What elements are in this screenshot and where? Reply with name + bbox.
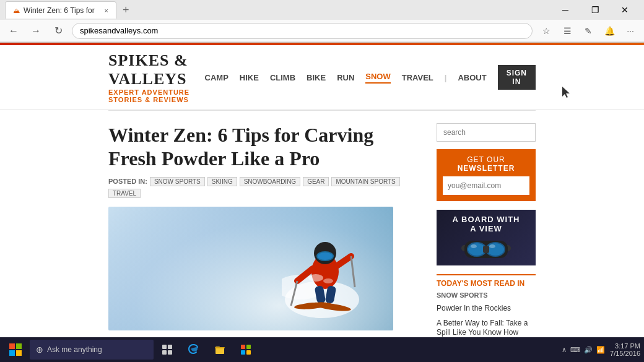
close-btn[interactable]: ✕ (611, 0, 639, 20)
taskbar-search[interactable]: ⊕ Ask me anything (30, 340, 154, 360)
site-nav: CAMP HIKE CLIMB BIKE RUN SNOW TRAVEL | A… (205, 65, 536, 90)
nav-bar: ← → ↻ ☆ ☰ ✎ 🔔 ··· (0, 20, 644, 42)
site-logo[interactable]: SPIKES & VALLEYS (108, 51, 205, 88)
svg-rect-44 (241, 350, 245, 355)
tag-snow-sports[interactable]: SNOW SPORTS (150, 177, 205, 186)
active-tab[interactable]: ⛰ Winter Zen: 6 Tips for × (5, 1, 116, 19)
newsletter-box: GET OUR NEWSLETTER (437, 149, 536, 201)
svg-rect-35 (162, 345, 167, 349)
svg-rect-31 (9, 343, 15, 349)
back-btn[interactable]: ← (5, 22, 22, 40)
main-content: Winter Zen: 6 Tips for Carving Fresh Pow… (0, 111, 644, 362)
svg-rect-42 (241, 345, 245, 349)
taskbar-right: ∧ ⌨ 🔊 📶 3:17 PM 7/15/2016 (562, 342, 640, 357)
clock-time: 3:17 PM (615, 342, 640, 350)
nav-hike[interactable]: HIKE (240, 73, 259, 82)
network-icon[interactable]: 📶 (596, 346, 605, 354)
svg-rect-33 (9, 350, 15, 356)
ad-box[interactable]: A BOARD WITH A VIEW (437, 210, 536, 265)
more-icon[interactable]: ··· (622, 22, 639, 40)
svg-point-15 (323, 278, 333, 283)
taskbar-search-label: Ask me anything (47, 345, 102, 354)
newsletter-email-input[interactable] (443, 176, 529, 195)
clock-date: 7/15/2016 (610, 350, 640, 357)
logo-area: SPIKES & VALLEYS EXPERT ADVENTURE STORIE… (108, 51, 205, 103)
most-read-item-1[interactable]: A Better Way to Fall: Take a Spill Like … (437, 319, 536, 338)
nav-travel[interactable]: TRAVEL (402, 73, 433, 82)
posted-in: POSTED IN: SNOW SPORTS SKIING SNOWBOARDI… (108, 177, 418, 198)
hero-image (108, 207, 393, 330)
notify-icon[interactable]: 🔔 (601, 22, 618, 40)
most-read-category: SNOW SPORTS (437, 291, 536, 299)
nav-climb[interactable]: CLIMB (270, 73, 295, 82)
svg-rect-30 (483, 246, 489, 253)
tab-close-btn[interactable]: × (105, 7, 108, 14)
article-title: Winter Zen: 6 Tips for Carving Fresh Pow… (108, 123, 418, 171)
url-bar[interactable] (72, 23, 533, 39)
taskbar-task-view[interactable] (156, 338, 180, 361)
svg-rect-45 (246, 350, 251, 355)
window-controls: ─ ❐ ✕ (551, 0, 639, 20)
notes-icon[interactable]: ✎ (580, 22, 597, 40)
taskbar: ⊕ Ask me anything ∧ ⌨ 🔊 📶 3:17 PM 7/15/2… (0, 337, 644, 362)
speaker-icon[interactable]: 🔊 (584, 346, 593, 354)
nav-about[interactable]: ABOUT (458, 73, 486, 82)
svg-rect-38 (168, 350, 172, 355)
favorites-icon[interactable]: ☆ (537, 22, 555, 40)
taskbar-explorer-icon[interactable] (208, 338, 232, 361)
svg-point-7 (318, 252, 333, 260)
svg-point-25 (468, 243, 485, 256)
most-read-section: TODAY'S MOST READ IN SNOW SPORTS Powder … (437, 274, 536, 338)
svg-line-4 (337, 256, 351, 265)
svg-point-29 (489, 244, 495, 248)
most-read-item-0[interactable]: Powder In the Rockies (437, 304, 536, 314)
sign-in-button[interactable]: SIGN IN (498, 65, 536, 90)
tab-bar: ⛰ Winter Zen: 6 Tips for × + ─ ❐ ✕ (0, 0, 644, 20)
posted-in-label: POSTED IN: (108, 178, 147, 185)
restore-btn[interactable]: ❐ (581, 0, 609, 20)
svg-rect-36 (168, 345, 172, 349)
minimize-btn[interactable]: ─ (551, 0, 580, 20)
nav-camp[interactable]: CAMP (205, 73, 228, 82)
search-input[interactable] (437, 123, 536, 142)
system-clock[interactable]: 3:17 PM 7/15/2016 (610, 342, 640, 357)
website: SPIKES & VALLEYS EXPERT ADVENTURE STORIE… (0, 43, 644, 362)
newsletter-title: GET OUR NEWSLETTER (443, 155, 529, 173)
svg-line-9 (351, 256, 355, 287)
most-read-today-label: TODAY'S MOST READ IN (437, 274, 536, 288)
site-header: SPIKES & VALLEYS EXPERT ADVENTURE STORIE… (0, 45, 644, 110)
tag-skiing[interactable]: SKIING (207, 177, 237, 186)
tag-gear[interactable]: GEAR (303, 177, 329, 186)
ad-title: A BOARD WITH A VIEW (437, 215, 536, 233)
nav-bike[interactable]: BIKE (307, 73, 326, 82)
newsletter-get-our: GET OUR (467, 155, 505, 164)
browser-chrome: ⛰ Winter Zen: 6 Tips for × + ─ ❐ ✕ ← → ↻… (0, 0, 644, 43)
tag-travel[interactable]: TRAVEL (108, 189, 141, 198)
svg-rect-37 (162, 350, 167, 355)
start-button[interactable] (4, 338, 27, 361)
newsletter-label: NEWSLETTER (458, 164, 515, 173)
svg-rect-41 (215, 347, 225, 348)
nav-icons: ☆ ☰ ✎ 🔔 ··· (537, 22, 639, 40)
forward-btn[interactable]: → (27, 22, 45, 40)
nav-snow[interactable]: SNOW (365, 72, 390, 84)
system-up-arrow[interactable]: ∧ (562, 346, 567, 354)
tab-favicon: ⛰ (13, 7, 20, 14)
svg-rect-34 (16, 350, 22, 356)
taskbar-edge-icon[interactable] (182, 338, 206, 361)
refresh-btn[interactable]: ↻ (50, 22, 67, 40)
tag-mountain-sports[interactable]: MOUNTAIN SPORTS (331, 177, 399, 186)
svg-rect-32 (16, 343, 22, 349)
article-area: Winter Zen: 6 Tips for Carving Fresh Pow… (108, 123, 418, 362)
svg-point-27 (487, 243, 504, 256)
new-tab-btn[interactable]: + (119, 4, 133, 17)
nav-run[interactable]: RUN (337, 73, 354, 82)
hub-icon[interactable]: ☰ (559, 22, 576, 40)
taskbar-store-icon[interactable] (234, 338, 258, 361)
tag-snowboarding[interactable]: SNOWBOARDING (240, 177, 300, 186)
keyboard-icon: ⌨ (570, 346, 580, 354)
tab-title: Winter Zen: 6 Tips for (24, 6, 95, 15)
svg-point-28 (471, 244, 477, 248)
svg-rect-43 (246, 345, 251, 349)
system-icons: ∧ ⌨ 🔊 📶 (562, 346, 605, 354)
